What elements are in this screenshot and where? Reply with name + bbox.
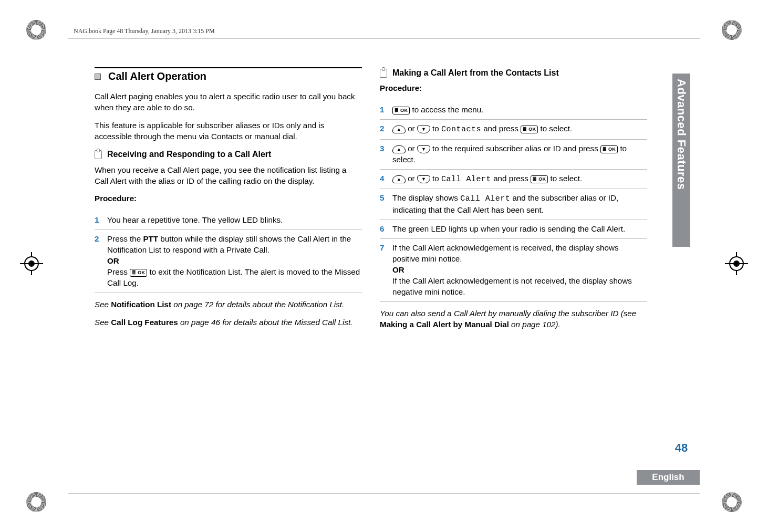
step-number: 5 (380, 193, 387, 216)
print-crosshair-right (725, 252, 748, 275)
print-mark-tl (26, 20, 46, 40)
right-column: Making a Call Alert from the Contacts Li… (380, 67, 647, 337)
step-row: 1 ≣ OK to access the menu. (380, 101, 647, 119)
step-row: 4 ▲ or ▼ to Call Alert and press ≣ OK to… (380, 169, 647, 189)
menu-item-contacts: Contacts (441, 125, 481, 134)
step-number: 1 (95, 215, 102, 226)
step-number: 4 (380, 173, 387, 185)
side-tab: Advanced Features (672, 74, 690, 247)
running-head: NAG.book Page 48 Thursday, January 3, 20… (74, 27, 215, 35)
print-mark-tr (722, 20, 742, 40)
language-tab: English (637, 470, 700, 485)
clipboard-icon (380, 69, 387, 78)
step-body: You hear a repetitive tone. The yellow L… (107, 215, 362, 226)
note-call-log: See Call Log Features on page 46 for det… (95, 317, 362, 328)
up-key-icon: ▲ (392, 175, 406, 183)
step-number: 7 (380, 243, 387, 298)
menu-item-call-alert: Call Alert (441, 175, 491, 184)
display-text-call-alert: Call Alert (460, 194, 510, 203)
ok-key-icon: ≣ OK (130, 269, 147, 277)
up-key-icon: ▲ (392, 145, 406, 153)
step-number: 3 (380, 143, 387, 165)
clipboard-icon (95, 150, 102, 159)
step-row: 3 ▲ or ▼ to the required subscriber alia… (380, 139, 647, 169)
step-body: Press the PTT button while the display s… (107, 234, 362, 289)
step-number: 1 (380, 105, 387, 116)
left-column: Call Alert Operation Call Alert paging e… (95, 67, 362, 337)
subheading-making: Making a Call Alert from the Contacts Li… (380, 67, 647, 79)
or-label: OR (392, 265, 404, 274)
step-number: 6 (380, 224, 387, 235)
step-body: The green LED lights up when your radio … (392, 224, 647, 235)
step-body: ≣ OK to access the menu. (392, 105, 647, 116)
step-row: 7 If the Call Alert acknowledgement is r… (380, 238, 647, 301)
step-row: 6 The green LED lights up when your radi… (380, 220, 647, 238)
note-notification-list: See Notification List on page 72 for det… (95, 299, 362, 310)
ok-key-icon: ≣ OK (392, 107, 410, 114)
step-body: If the Call Alert acknowledgement is rec… (392, 243, 647, 298)
note-manual-dial: You can also send a Call Alert by manual… (380, 308, 647, 330)
step-body: ▲ or ▼ to the required subscriber alias … (392, 143, 647, 165)
ok-key-icon: ≣ OK (521, 126, 538, 133)
step-body: ▲ or ▼ to Contacts and press ≣ OK to sel… (392, 123, 647, 135)
step-number: 2 (380, 123, 387, 135)
print-mark-bl (26, 492, 46, 512)
ok-key-icon: ≣ OK (600, 145, 618, 153)
bottom-crop-guide (68, 494, 700, 494)
ok-key-icon: ≣ OK (531, 175, 548, 183)
step-body: ▲ or ▼ to Call Alert and press ≣ OK to s… (392, 173, 647, 185)
step-row: 5 The display shows Call Alert and the s… (380, 189, 647, 220)
section-title: Call Alert Operation (108, 69, 206, 84)
intro-paragraph-1: Call Alert paging enables you to alert a… (95, 91, 362, 113)
top-crop-guide (68, 38, 700, 38)
up-key-icon: ▲ (392, 126, 406, 133)
step-row: 1 You hear a repetitive tone. The yellow… (95, 211, 362, 230)
step-row: 2 Press the PTT button while the display… (95, 230, 362, 293)
page-content: Call Alert Operation Call Alert paging e… (95, 67, 647, 337)
intro-paragraph-2: This feature is applicable for subscribe… (95, 120, 362, 142)
subheading-text: Making a Call Alert from the Contacts Li… (392, 67, 559, 79)
or-label: OR (107, 256, 119, 265)
step-row: 2 ▲ or ▼ to Contacts and press ≣ OK to s… (380, 119, 647, 139)
section-marker-icon (95, 74, 101, 80)
ptt-label: PTT (143, 234, 158, 243)
procedure-label: Procedure: (95, 193, 362, 204)
subheading-text: Receiving and Responding to a Call Alert (107, 149, 271, 160)
down-key-icon: ▼ (417, 126, 430, 133)
down-key-icon: ▼ (417, 175, 430, 183)
step-body: The display shows Call Alert and the sub… (392, 193, 647, 216)
sub-intro: When you receive a Call Alert page, you … (95, 165, 362, 187)
print-mark-br (722, 492, 742, 512)
procedure-label: Procedure: (380, 83, 647, 94)
section-heading: Call Alert Operation (95, 67, 362, 84)
page-number: 48 (672, 441, 690, 455)
print-crosshair-left (20, 252, 43, 275)
step-number: 2 (95, 234, 102, 289)
down-key-icon: ▼ (417, 145, 430, 153)
subheading-receiving: Receiving and Responding to a Call Alert (95, 149, 362, 160)
